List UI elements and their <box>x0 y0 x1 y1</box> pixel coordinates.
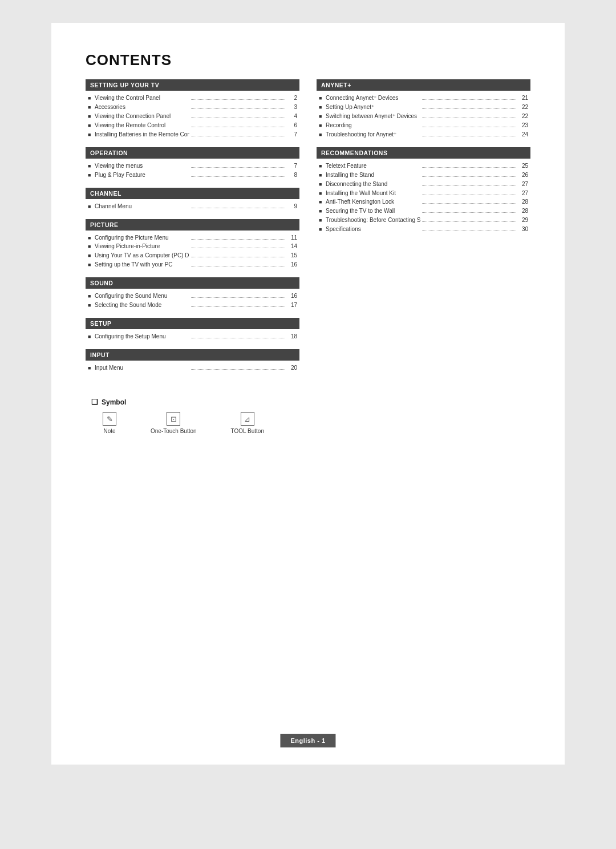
toc-entry: ■Disconnecting the Stand27 <box>317 180 530 189</box>
section-header-anynet: ANYNET+ <box>317 79 530 91</box>
entry-page-number: 3 <box>287 103 297 112</box>
toc-entry: ■Configuring the Picture Menu11 <box>86 233 299 242</box>
bullet-icon: ■ <box>88 203 94 211</box>
toc-entry: ■Installing Batteries in the Remote Cont… <box>86 130 299 139</box>
note-icon: ✎ <box>103 412 116 426</box>
toc-entry: ■Viewing the Remote Control6 <box>86 121 299 130</box>
entry-text: Installing Batteries in the Remote Contr… <box>95 130 189 139</box>
entry-page-number: 11 <box>287 233 297 242</box>
toc-entry: ■Teletext Feature25 <box>317 161 530 171</box>
symbol-item-note: ✎Note <box>103 412 116 434</box>
bullet-icon: ■ <box>88 293 94 301</box>
section-header-setting-up: SETTING UP YOUR TV <box>86 79 299 91</box>
toc-right-column: ANYNET+■Connecting Anynet⁺ Devices21■Set… <box>317 79 530 381</box>
entry-text: Disconnecting the Stand <box>326 180 420 189</box>
entry-page-number: 9 <box>287 202 297 211</box>
toc-entry: ■Configuring the Setup Menu18 <box>86 332 299 341</box>
entry-text: Installing the Wall Mount Kit <box>326 189 420 198</box>
toc-entry: ■Connecting Anynet⁺ Devices21 <box>317 94 530 103</box>
entry-text: Selecting the Sound Mode <box>95 301 189 310</box>
entry-dots <box>422 185 517 186</box>
toc-entry: ■Viewing the Control Panel2 <box>86 94 299 103</box>
entry-dots <box>422 176 517 177</box>
toc-entry: ■Input Menu20 <box>86 363 299 373</box>
entry-dots <box>191 99 286 100</box>
toc-entry: ■Installing the Wall Mount Kit27 <box>317 189 530 198</box>
section-header-input: INPUT <box>86 349 299 361</box>
entry-page-number: 21 <box>518 94 528 103</box>
entry-dots <box>422 99 517 100</box>
entry-text: Configuring the Picture Menu <box>95 233 189 242</box>
entry-page-number: 6 <box>287 121 297 130</box>
entry-dots <box>422 167 517 168</box>
section-header-recommendations: RECOMMENDATIONS <box>317 147 530 159</box>
bullet-icon: ■ <box>319 131 325 139</box>
entry-text: Configuring the Setup Menu <box>95 332 189 341</box>
bullet-icon: ■ <box>319 190 325 198</box>
entry-text: Viewing Picture-in-Picture <box>95 242 189 251</box>
bullet-icon: ■ <box>88 243 94 251</box>
footer-bar: English - 1 <box>280 734 335 747</box>
bullet-icon: ■ <box>88 104 94 112</box>
symbol-item-one-touch: ⊡One-Touch Button <box>151 412 197 434</box>
toc-entry: ■Viewing the menus7 <box>86 161 299 171</box>
toc-entry: ■Configuring the Sound Menu16 <box>86 292 299 301</box>
toc-entry: ■Installing the Stand26 <box>317 171 530 180</box>
toc-entry: ■Accessories3 <box>86 103 299 112</box>
entry-page-number: 26 <box>518 171 528 180</box>
entry-dots <box>191 208 286 208</box>
entry-dots <box>191 369 286 370</box>
entry-text: Connecting Anynet⁺ Devices <box>326 94 420 103</box>
symbol-section: Symbol ✎Note⊡One-Touch Button⊿TOOL Butto… <box>86 398 530 434</box>
entry-dots <box>422 136 517 136</box>
toc-section-picture: PICTURE■Configuring the Picture Menu11■V… <box>86 219 299 270</box>
entry-page-number: 7 <box>287 130 297 139</box>
entry-text: Channel Menu <box>95 202 189 211</box>
toc-entry: ■Plug & Play Feature8 <box>86 171 299 180</box>
entry-page-number: 23 <box>518 121 528 130</box>
entry-page-number: 27 <box>518 189 528 198</box>
bullet-icon: ■ <box>319 113 325 121</box>
entry-page-number: 15 <box>287 251 297 260</box>
toc-entry: ■Troubleshooting for Anynet⁺24 <box>317 130 530 139</box>
bullet-icon: ■ <box>88 302 94 310</box>
entry-dots <box>422 127 517 127</box>
section-header-setup: SETUP <box>86 318 299 329</box>
entry-dots <box>422 118 517 118</box>
bullet-icon: ■ <box>88 365 94 373</box>
toc-entry: ■Channel Menu9 <box>86 202 299 211</box>
bullet-icon: ■ <box>319 122 325 130</box>
entry-text: Using Your TV as a Computer (PC) Display <box>95 251 189 260</box>
entry-text: Setting up the TV with your PC <box>95 260 189 269</box>
toc-entry: ■Selecting the Sound Mode17 <box>86 301 299 310</box>
toc-section-setup: SETUP■Configuring the Setup Menu18 <box>86 318 299 341</box>
bullet-icon: ■ <box>319 226 325 234</box>
entry-dots <box>191 306 286 307</box>
bullet-icon: ■ <box>319 172 325 180</box>
entry-dots <box>191 257 286 257</box>
entry-text: Recording <box>326 121 420 130</box>
entry-page-number: 2 <box>287 94 297 103</box>
entry-text: Troubleshooting for Anynet⁺ <box>326 130 420 139</box>
entry-page-number: 16 <box>287 260 297 269</box>
section-header-operation: OPERATION <box>86 147 299 159</box>
entry-dots <box>191 108 286 109</box>
toc-entry: ■Anti-Theft Kensington Lock28 <box>317 197 530 207</box>
toc-section-recommendations: RECOMMENDATIONS■Teletext Feature25■Insta… <box>317 147 530 235</box>
toc-entry: ■Setting Up Anynet⁺22 <box>317 103 530 112</box>
toc-section-sound: SOUND■Configuring the Sound Menu16■Selec… <box>86 277 299 310</box>
entry-text: Viewing the menus <box>95 161 189 171</box>
toc-grid: SETTING UP YOUR TV■Viewing the Control P… <box>86 79 530 381</box>
entry-dots <box>191 118 286 118</box>
entry-page-number: 24 <box>518 130 528 139</box>
bullet-icon: ■ <box>319 104 325 112</box>
entry-page-number: 7 <box>287 161 297 171</box>
entry-page-number: 28 <box>518 197 528 207</box>
entry-dots <box>422 203 517 204</box>
bullet-icon: ■ <box>88 95 94 103</box>
bullet-icon: ■ <box>319 217 325 225</box>
page: CONTENTS SETTING UP YOUR TV■Viewing the … <box>51 23 565 765</box>
bullet-icon: ■ <box>88 122 94 130</box>
entry-dots <box>422 221 517 222</box>
entry-page-number: 20 <box>287 363 297 373</box>
